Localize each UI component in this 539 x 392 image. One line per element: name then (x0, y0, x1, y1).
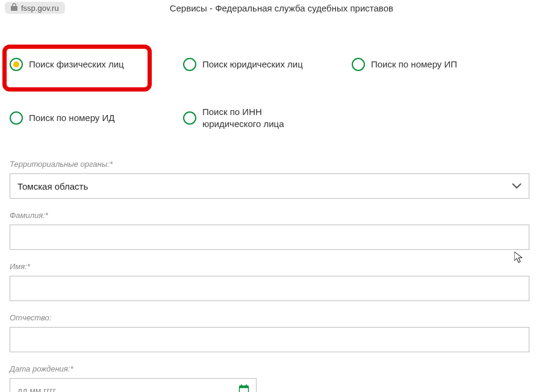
radio-label: Поиск физических лиц (29, 58, 124, 70)
radio-icon (183, 58, 196, 71)
calendar-icon[interactable] (238, 384, 249, 392)
radio-icon (10, 111, 23, 125)
radio-icon (352, 58, 365, 71)
patronymic-input[interactable] (10, 327, 529, 352)
svg-rect-3 (246, 385, 247, 387)
address-bar: fssp.gov.ru Сервисы - Федеральная служба… (0, 0, 539, 16)
radio-legal-entities[interactable]: Поиск юридических лиц (183, 58, 316, 71)
lastname-input[interactable] (10, 225, 529, 250)
patronymic-label: Отчество: (10, 313, 529, 322)
dob-input[interactable] (10, 378, 257, 392)
radio-icon (10, 58, 23, 71)
radio-icon (183, 111, 196, 125)
firstname-label: Имя:* (10, 262, 529, 271)
svg-rect-1 (240, 386, 249, 388)
page-title: Сервисы - Федеральная служба судебных пр… (65, 3, 534, 13)
search-type-radios: Поиск физических лиц Поиск юридических л… (0, 16, 539, 160)
chevron-down-icon (512, 181, 522, 191)
region-value: Томская область (17, 181, 88, 191)
radio-individuals[interactable]: Поиск физических лиц (10, 58, 142, 71)
radio-label: Поиск по номеру ИП (371, 58, 457, 70)
region-select[interactable]: Томская область (10, 173, 529, 199)
radio-by-inn[interactable]: Поиск по ИНН юридического лица (183, 106, 316, 129)
radio-by-id-number[interactable]: Поиск по номеру ИД (10, 106, 142, 129)
lastname-label: Фамилия:* (10, 211, 529, 220)
search-form: Территориальные органы:* Томская область… (0, 160, 539, 392)
region-label: Территориальные органы:* (10, 160, 529, 169)
url-box[interactable]: fssp.gov.ru (5, 2, 65, 14)
radio-label: Поиск по номеру ИД (29, 112, 114, 124)
lock-icon (11, 3, 17, 13)
svg-rect-2 (241, 385, 242, 387)
radio-label: Поиск по ИНН юридического лица (202, 106, 311, 129)
firstname-input[interactable] (10, 276, 529, 301)
radio-by-ip-number[interactable]: Поиск по номеру ИП (352, 58, 484, 71)
radio-label: Поиск юридических лиц (202, 58, 303, 70)
url-text: fssp.gov.ru (21, 4, 59, 13)
dob-label: Дата рождения:* (10, 364, 529, 373)
